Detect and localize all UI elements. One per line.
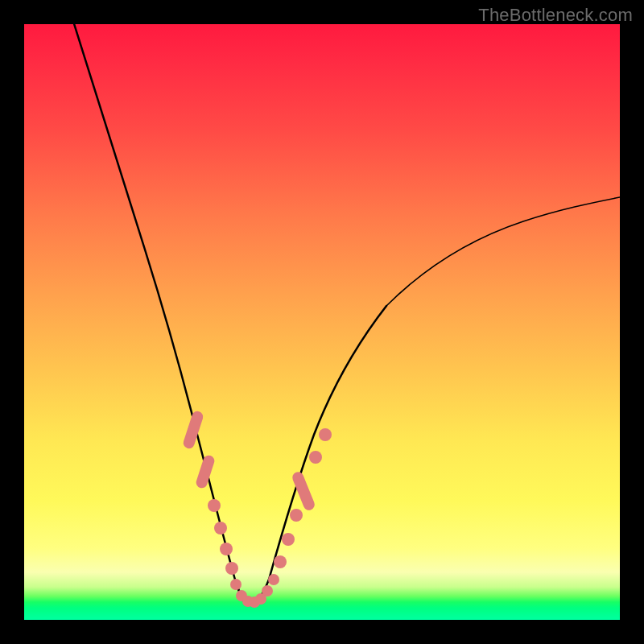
svg-point-13 (274, 555, 287, 568)
svg-point-15 (290, 509, 303, 522)
svg-point-14 (282, 533, 295, 546)
chart-frame: TheBottleneck.com (0, 0, 644, 644)
marker-cluster-right (274, 428, 332, 568)
svg-point-5 (225, 562, 238, 575)
svg-point-4 (220, 543, 233, 555)
marker-cluster-left (182, 410, 238, 575)
svg-point-6 (230, 579, 242, 590)
svg-point-17 (309, 451, 322, 464)
svg-rect-0 (182, 410, 204, 450)
marker-cluster-bottom (230, 574, 279, 608)
curve-right-upper (386, 197, 620, 306)
svg-point-12 (268, 574, 279, 585)
curve-left-branch (72, 24, 248, 604)
watermark-text: TheBottleneck.com (478, 5, 633, 26)
svg-rect-1 (195, 454, 216, 489)
svg-point-3 (214, 522, 227, 535)
svg-point-2 (208, 499, 221, 512)
svg-point-11 (262, 585, 273, 597)
plot-area (24, 24, 620, 620)
svg-point-18 (319, 428, 332, 441)
curve-layer (24, 24, 620, 620)
